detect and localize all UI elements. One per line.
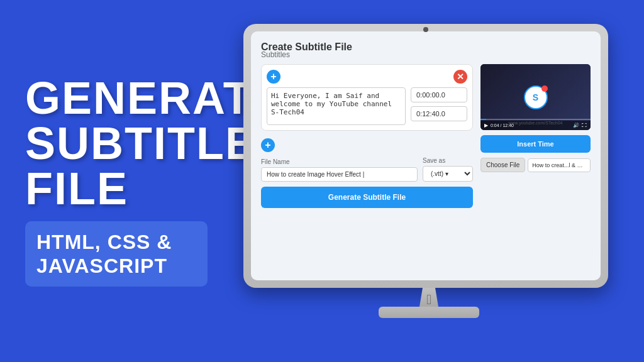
video-progress-fill — [480, 119, 486, 120]
save-as-label: Save as — [423, 157, 473, 164]
add-row-button[interactable]: + — [261, 138, 275, 152]
chosen-file-name: How to creat...l & Css.mp4 — [528, 158, 591, 172]
time-inputs — [411, 87, 467, 125]
video-thumbnail: S www.youtube.com/STech04 ▶ — [480, 64, 591, 130]
volume-icon[interactable]: 🔊 — [573, 123, 579, 128]
stand-base — [379, 307, 479, 318]
subtitle-text: HTML, CSS &JAVASCRIPT — [36, 230, 196, 278]
fullscreen-icon[interactable]: ⛶ — [582, 123, 587, 128]
screen-content: Create Subtitle File Subtitles + — [251, 31, 601, 280]
screen-main: + ✕ Hi Everyone, I am Saif and welcome t… — [261, 64, 591, 270]
notification-dot — [541, 85, 548, 92]
video-controls: ▶ 0:04 / 12:40 🔊 ⛶ — [480, 121, 591, 130]
title-line2: SUBTITLE — [25, 118, 257, 168]
entry-header: + ✕ — [267, 70, 467, 84]
time-end-input[interactable] — [411, 106, 467, 121]
subtitle-box: HTML, CSS &JAVASCRIPT — [25, 221, 208, 287]
monitor-container: Create Subtitle File Subtitles + — [243, 24, 614, 338]
entry-inputs: Hi Everyone, I am Saif and welcome to my… — [267, 87, 467, 125]
apple-logo-icon:  — [426, 292, 431, 308]
file-name-group: File Name — [261, 158, 418, 182]
monitor-screen: Create Subtitle File Subtitles + — [251, 31, 601, 280]
play-icon[interactable]: ▶ — [484, 123, 488, 128]
insert-time-button[interactable]: Insert Time — [480, 135, 591, 153]
time-start-input[interactable] — [411, 87, 467, 102]
left-section: GENERATE SUBTITLE FILE HTML, CSS &JAVASC… — [0, 50, 226, 312]
add-entry-button[interactable]: + — [267, 70, 280, 84]
save-as-select[interactable]: (.vtt) ▾ — [423, 166, 473, 182]
generate-button[interactable]: Generate Subtitle File — [261, 187, 473, 208]
video-progress-bar[interactable] — [480, 119, 591, 120]
screen-left-panel: + ✕ Hi Everyone, I am Saif and welcome t… — [261, 64, 473, 270]
choose-file-button[interactable]: Choose File — [480, 158, 525, 172]
subtitle-entry: + ✕ Hi Everyone, I am Saif and welcome t… — [261, 64, 473, 131]
save-as-group: Save as (.vtt) ▾ — [423, 157, 473, 182]
video-time: 0:04 / 12:40 — [491, 123, 514, 128]
remove-entry-button[interactable]: ✕ — [453, 70, 467, 84]
webcam — [423, 27, 428, 32]
title-line3: FILE — [25, 163, 128, 214]
s-tech-logo: S — [524, 85, 548, 109]
file-row: File Name Save as (.vtt) ▾ — [261, 157, 473, 182]
file-name-label: File Name — [261, 158, 418, 165]
screen-right-panel: S www.youtube.com/STech04 ▶ — [480, 64, 591, 270]
choose-file-row: Choose File How to creat...l & Css.mp4 — [480, 158, 591, 172]
monitor-body: Create Subtitle File Subtitles + — [243, 24, 608, 288]
main-title: GENERATE SUBTITLE FILE — [25, 75, 208, 211]
right-section: Create Subtitle File Subtitles + — [226, 24, 644, 338]
screen-header: Create Subtitle File Subtitles — [261, 41, 591, 59]
file-name-input[interactable] — [261, 167, 418, 182]
subtitle-text-input[interactable]: Hi Everyone, I am Saif and welcome to my… — [267, 87, 406, 125]
